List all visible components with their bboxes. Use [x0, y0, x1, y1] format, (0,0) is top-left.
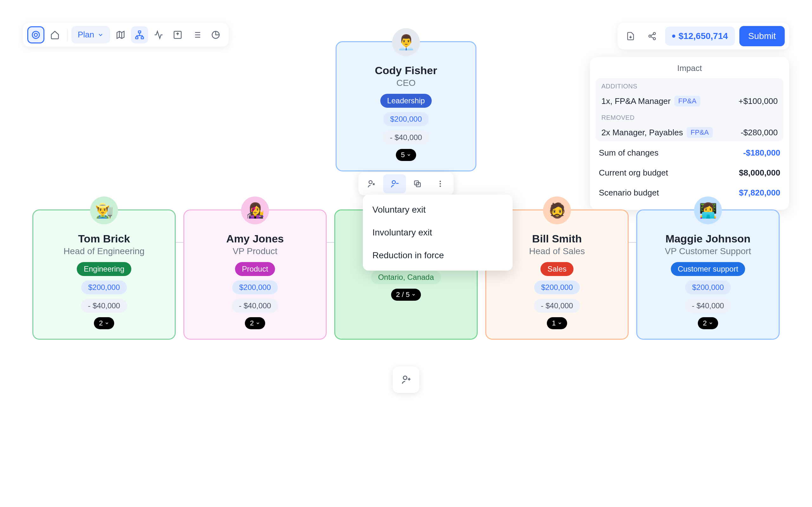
- delta-chip: - $40,000: [232, 299, 278, 313]
- avatar: 👨‍🌾: [90, 196, 118, 224]
- salary-chip: $200,000: [685, 280, 731, 294]
- reassign-icon[interactable]: [360, 174, 383, 193]
- svg-point-16: [403, 376, 407, 380]
- more-icon[interactable]: [429, 174, 452, 193]
- brand-logo-icon[interactable]: [27, 26, 44, 43]
- ceo-card[interactable]: 👨‍💼 Cody Fisher CEO Leadership $200,000 …: [336, 41, 476, 171]
- svg-point-6: [653, 32, 656, 35]
- avatar: 🧔: [543, 196, 571, 224]
- org-chart-icon[interactable]: [131, 26, 148, 43]
- pie-chart-icon[interactable]: [207, 26, 224, 43]
- avatar: 👩‍💻: [694, 196, 722, 224]
- menu-voluntary-exit[interactable]: Voluntary exit: [363, 199, 513, 221]
- svg-point-8: [653, 38, 656, 40]
- svg-rect-3: [141, 37, 144, 39]
- export-icon[interactable]: [169, 26, 186, 43]
- node-action-bar: [358, 172, 454, 195]
- svg-rect-2: [136, 37, 138, 39]
- dept-badge: Engineering: [77, 262, 131, 276]
- total-amount: $12,650,714: [678, 31, 728, 41]
- salary-chip: $200,000: [383, 112, 429, 126]
- person-card[interactable]: 👩‍💻 Maggie Johnson VP Customer Support C…: [636, 210, 780, 340]
- dept-badge: Customer support: [671, 262, 745, 276]
- salary-chip: $200,000: [232, 280, 278, 294]
- delta-chip: - $40,000: [81, 299, 127, 313]
- svg-rect-1: [138, 31, 141, 33]
- report-count[interactable]: 2 / 5: [391, 289, 421, 301]
- avatar: 👨‍💼: [392, 28, 420, 56]
- dept-badge: Sales: [541, 262, 573, 276]
- svg-point-10: [392, 181, 396, 184]
- person-card[interactable]: 👩‍🎤 Amy Jones VP Product Product$200,000…: [183, 210, 327, 340]
- svg-point-0: [32, 31, 40, 38]
- activity-icon[interactable]: [150, 26, 167, 43]
- exit-type-menu: Voluntary exit Involuntary exit Reductio…: [363, 194, 513, 271]
- chevron-down-icon: [407, 153, 411, 157]
- svg-point-13: [440, 181, 441, 182]
- person-name: Cody Fisher: [337, 64, 475, 77]
- copy-icon[interactable]: [406, 174, 429, 193]
- svg-point-14: [440, 183, 441, 184]
- salary-chip: $200,000: [81, 280, 127, 294]
- delta-chip: - $40,000: [534, 299, 580, 313]
- svg-point-7: [649, 35, 651, 38]
- report-count[interactable]: 2: [245, 317, 265, 329]
- person-name: Maggie Johnson: [637, 233, 779, 245]
- person-role: VP Product: [184, 246, 326, 257]
- location-chip: Ontario, Canada: [371, 270, 441, 284]
- home-icon[interactable]: [46, 26, 63, 43]
- svg-point-15: [440, 185, 441, 187]
- person-role: Head of Engineering: [33, 246, 175, 257]
- list-icon[interactable]: [188, 26, 205, 43]
- report-count[interactable]: 2: [94, 317, 114, 329]
- salary-chip: $200,000: [534, 280, 580, 294]
- avatar: 👩‍🎤: [241, 196, 269, 224]
- add-person-button[interactable]: [393, 366, 419, 393]
- report-count[interactable]: 1: [547, 317, 567, 329]
- svg-point-9: [369, 181, 372, 184]
- person-role: VP Customer Support: [637, 246, 779, 257]
- person-name: Amy Jones: [184, 233, 326, 245]
- menu-involuntary-exit[interactable]: Involuntary exit: [363, 221, 513, 244]
- person-role: CEO: [337, 78, 475, 88]
- remove-person-icon[interactable]: [383, 174, 406, 193]
- plan-dropdown[interactable]: Plan: [71, 26, 110, 43]
- menu-reduction-in-force[interactable]: Reduction in force: [363, 244, 513, 267]
- map-icon[interactable]: [112, 26, 129, 43]
- person-name: Tom Brick: [33, 233, 175, 245]
- plan-label: Plan: [78, 30, 94, 40]
- delta-chip: - $40,000: [383, 130, 429, 145]
- person-card[interactable]: 👨‍🌾 Tom Brick Head of Engineering Engine…: [32, 210, 176, 340]
- delta-chip: - $40,000: [685, 299, 731, 313]
- dept-badge: Product: [235, 262, 275, 276]
- report-count[interactable]: 5: [396, 149, 416, 161]
- dept-badge: Leadership: [380, 94, 432, 108]
- status-dot-icon: [672, 35, 675, 38]
- report-count[interactable]: 2: [698, 317, 718, 329]
- chevron-down-icon: [97, 32, 104, 38]
